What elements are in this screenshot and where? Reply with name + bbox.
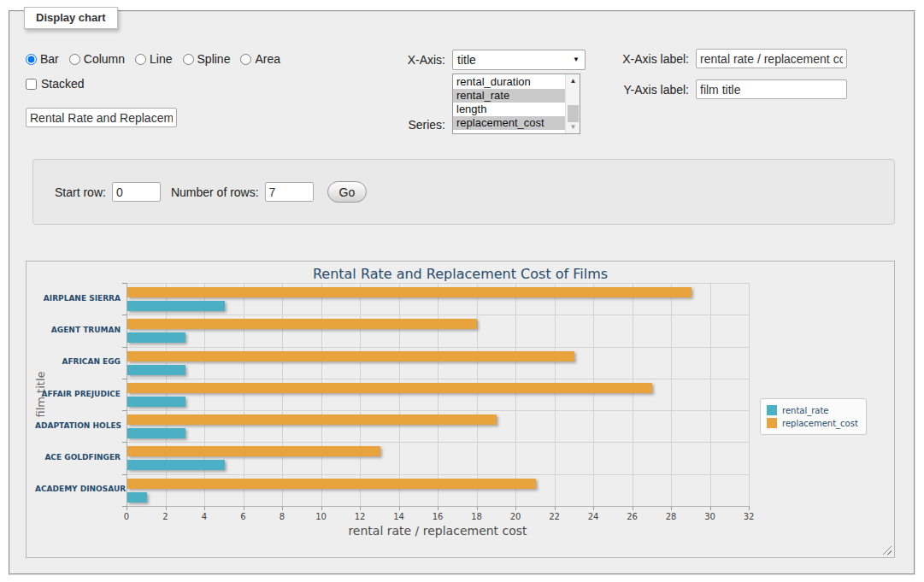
- x-tick-label: 18: [464, 512, 490, 521]
- gridline: [399, 283, 400, 506]
- rental_rate-bar[interactable]: [127, 428, 185, 438]
- rental_rate-bar[interactable]: [127, 365, 185, 375]
- x-tick-label: 16: [425, 512, 450, 521]
- rental_rate-bar[interactable]: [127, 301, 225, 311]
- scroll-down-icon[interactable]: ▼: [566, 121, 580, 133]
- x-axis-title: rental rate / replacement cost: [309, 524, 566, 538]
- x-tick-label: 8: [269, 512, 295, 521]
- go-button[interactable]: Go: [327, 181, 368, 203]
- replacement_cost-bar[interactable]: [127, 287, 692, 297]
- num-rows-input[interactable]: [265, 182, 314, 202]
- x-tick-label: 2: [153, 512, 179, 521]
- x-axis-label-field-label: X-Axis label:: [609, 52, 696, 66]
- chart-type-label-bar: Bar: [40, 52, 59, 66]
- chart-title: Rental Rate and Replacement Cost of Film…: [26, 266, 894, 282]
- gridline: [127, 315, 749, 315]
- y-axis-label-input[interactable]: [696, 79, 847, 99]
- start-row-label: Start row:: [55, 185, 106, 199]
- category-label: ACE GOLDFINGER: [35, 453, 121, 462]
- chevron-down-icon: ▼: [573, 56, 580, 63]
- x-tick-label: 14: [386, 512, 412, 521]
- chart-type-label-area: Area: [255, 52, 280, 66]
- gridline: [477, 283, 478, 506]
- x-axis-label-input[interactable]: [696, 49, 847, 68]
- legend-item-replacement_cost[interactable]: replacement_cost: [767, 417, 858, 429]
- chart-type-label-spline: Spline: [197, 52, 231, 66]
- x-tick-label: 28: [658, 512, 684, 521]
- series-option-replacement_cost[interactable]: replacement_cost: [453, 116, 565, 130]
- x-axis-selected-value: title: [457, 53, 476, 67]
- stacked-checkbox[interactable]: [26, 79, 37, 90]
- chart-type-radio-bar[interactable]: [26, 54, 37, 65]
- x-tick-label: 30: [697, 512, 723, 521]
- y-axis-label-field-label: Y-Axis label:: [609, 83, 696, 97]
- x-axis-select[interactable]: title ▼: [452, 50, 586, 70]
- rental_rate-bar[interactable]: [127, 460, 225, 470]
- scroll-up-icon[interactable]: ▲: [566, 74, 580, 87]
- resize-handle-icon[interactable]: [882, 545, 892, 555]
- chart-type-option-column: Column: [69, 52, 125, 66]
- x-tick-label: 10: [309, 512, 334, 521]
- gridline: [438, 283, 438, 506]
- chart-type-option-spline: Spline: [183, 52, 231, 66]
- stacked-row: Stacked: [26, 77, 85, 91]
- rental_rate-bar[interactable]: [127, 492, 147, 503]
- series-listbox[interactable]: rental_durationrental_ratelengthreplacem…: [452, 73, 580, 134]
- num-rows-label: Number of rows:: [171, 185, 259, 199]
- replacement_cost-bar[interactable]: [127, 383, 652, 393]
- x-tick-label: 6: [231, 512, 256, 521]
- gridline: [127, 347, 749, 348]
- x-axis-line: [127, 506, 749, 507]
- chart-type-option-line: Line: [135, 52, 172, 66]
- replacement_cost-bar[interactable]: [127, 414, 497, 425]
- x-axis-tick: [749, 506, 750, 510]
- y-axis-label-row: Y-Axis label:: [609, 79, 847, 99]
- series-option-rental_rate[interactable]: rental_rate: [453, 89, 565, 103]
- category-label: AFFAIR PREJUDICE: [35, 390, 121, 399]
- chart-type-radio-group: BarColumnLineSplineArea: [26, 52, 287, 66]
- chart-type-option-bar: Bar: [26, 52, 59, 66]
- replacement_cost-bar[interactable]: [127, 446, 380, 456]
- gridline: [360, 283, 361, 506]
- chart-title-input[interactable]: [26, 108, 177, 127]
- chart-type-label-line: Line: [150, 52, 172, 66]
- x-tick-label: 22: [542, 512, 568, 521]
- gridline: [166, 283, 167, 506]
- gridline: [244, 283, 244, 506]
- category-label: ADAPTATION HOLES: [35, 421, 121, 431]
- gridline: [633, 283, 633, 506]
- x-axis-row: X-Axis: title ▼: [356, 50, 586, 70]
- gridline: [282, 283, 283, 506]
- chart-type-radio-column[interactable]: [69, 54, 80, 65]
- listbox-scrollbar[interactable]: ▲ ▼: [565, 74, 580, 133]
- series-option-rental_duration[interactable]: rental_duration: [453, 75, 565, 89]
- x-tick-label: 24: [580, 512, 606, 521]
- chart-type-radio-area[interactable]: [240, 54, 251, 65]
- rental_rate-bar[interactable]: [127, 397, 185, 407]
- y-axis-line: [127, 283, 127, 506]
- chart-type-radio-line[interactable]: [135, 54, 146, 65]
- chart-type-radio-spline[interactable]: [183, 54, 194, 65]
- series-option-length[interactable]: length: [453, 103, 565, 116]
- replacement_cost-bar[interactable]: [127, 479, 536, 489]
- chart-type-option-area: Area: [240, 52, 280, 66]
- rental_rate-bar[interactable]: [127, 332, 185, 343]
- series-label: Series:: [356, 118, 452, 134]
- legend-item-rental_rate[interactable]: rental_rate: [767, 404, 858, 416]
- gridline: [204, 283, 205, 506]
- gridline: [555, 283, 556, 506]
- gridline: [127, 442, 749, 443]
- gridline: [710, 283, 711, 506]
- gridline: [127, 474, 749, 475]
- gridline: [127, 283, 749, 284]
- x-axis-label: X-Axis:: [356, 53, 452, 67]
- legend-swatch-icon: [767, 405, 777, 415]
- x-tick-label: 0: [114, 512, 139, 521]
- chart-container: Rental Rate and Replacement Cost of Film…: [26, 261, 895, 558]
- start-row-input[interactable]: [112, 182, 161, 202]
- category-label: AIRPLANE SIERRA: [35, 294, 121, 303]
- replacement_cost-bar[interactable]: [127, 319, 477, 329]
- replacement_cost-bar[interactable]: [127, 351, 574, 362]
- scrollbar-thumb[interactable]: [568, 105, 579, 122]
- panel-legend: Display chart: [24, 7, 118, 29]
